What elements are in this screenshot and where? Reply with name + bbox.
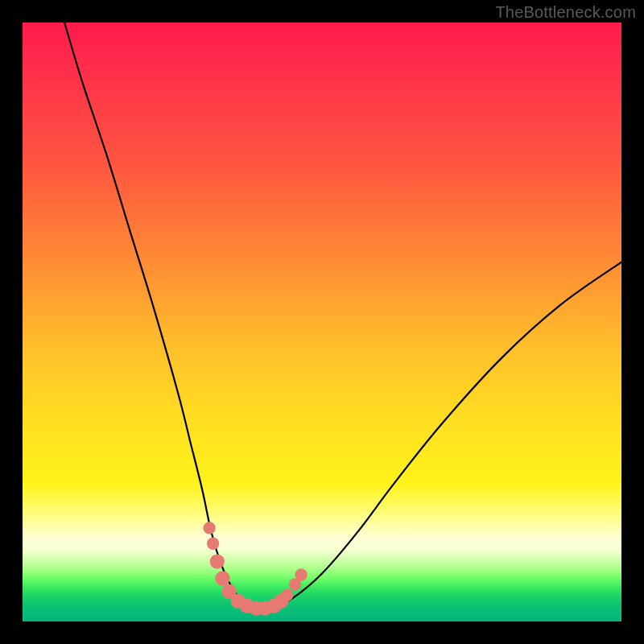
marker-dot [207,538,219,550]
marker-dot [281,589,293,601]
marker-dot [203,522,215,534]
highlighted-range-markers [203,522,307,616]
marker-dot [210,554,225,568]
plot-area [23,23,621,621]
chart-svg [23,23,621,621]
bottleneck-curve [64,23,621,609]
marker-dot [295,568,307,580]
chart-frame: TheBottleneck.com [0,0,644,644]
marker-dot [215,571,229,585]
watermark-text: TheBottleneck.com [495,3,636,22]
